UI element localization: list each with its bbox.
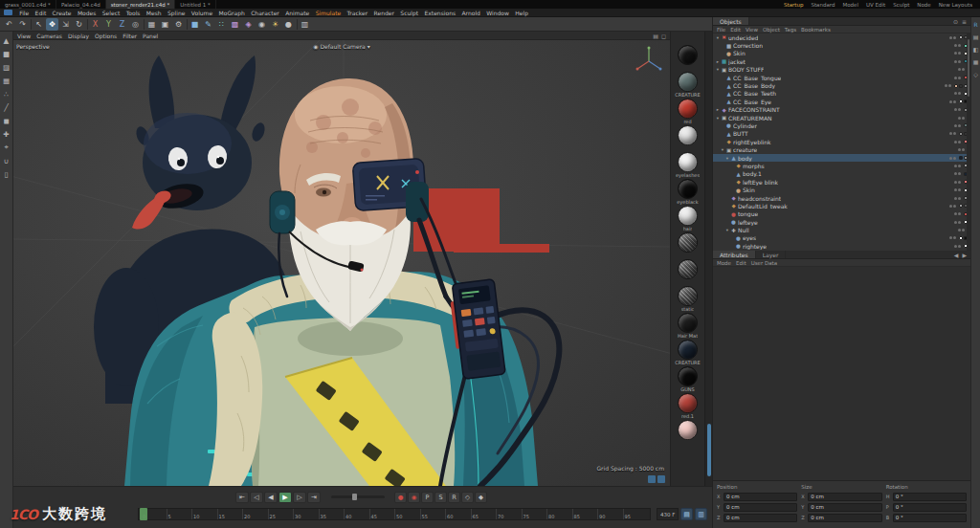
light-icon[interactable]: ☀ xyxy=(269,18,281,31)
object-name[interactable]: undecided xyxy=(728,34,758,41)
x-axis-lock-icon[interactable]: X xyxy=(89,18,101,31)
material-item[interactable]: eyeblack xyxy=(671,179,704,205)
value-input[interactable]: 0 ° xyxy=(893,503,967,512)
visibility-dots[interactable] xyxy=(954,165,962,167)
camera-selector[interactable]: ◉ Default Camera ▾ xyxy=(313,43,370,50)
object-name[interactable]: morphs xyxy=(743,163,765,169)
visibility-dots[interactable] xyxy=(954,172,962,175)
material-sphere[interactable] xyxy=(678,259,698,279)
timeline-tick[interactable]: 30 xyxy=(293,509,319,519)
back-arrow-icon[interactable]: ◀ xyxy=(954,252,959,258)
object-name[interactable]: eyes xyxy=(743,234,756,241)
material-item[interactable]: hair xyxy=(671,206,704,231)
timeline-tick[interactable]: 60 xyxy=(445,509,471,519)
menu-item[interactable]: Create xyxy=(49,10,74,16)
menu-item[interactable]: MoGraph xyxy=(215,10,248,16)
material-sphere[interactable] xyxy=(678,366,698,386)
viewport-layout-icon[interactable]: ▥ xyxy=(299,18,311,31)
object-name[interactable]: CC_Base_Tongue xyxy=(733,75,781,81)
layout-item[interactable]: New Layouts xyxy=(939,2,972,8)
render-settings-icon[interactable]: ⚙ xyxy=(172,18,185,31)
menu-item[interactable]: Modes xyxy=(75,10,100,16)
object-row[interactable]: ◆ DefaultLid_tweak xyxy=(713,202,970,209)
document-tab[interactable]: grass_0001.c4d * xyxy=(0,0,56,9)
menu-item[interactable]: Select xyxy=(100,10,123,16)
make-editable-icon[interactable]: ▲ xyxy=(1,34,12,46)
material-item[interactable]: static xyxy=(671,286,704,312)
object-row[interactable]: ▾ ▣ creature xyxy=(713,145,970,153)
object-row[interactable]: ● Skin xyxy=(713,186,970,193)
viewport-grid-toggle-icon[interactable]: ▤ xyxy=(653,33,658,39)
visibility-dots[interactable] xyxy=(949,205,957,208)
projection-label[interactable]: Perspective xyxy=(16,43,50,50)
object-name[interactable]: FACECONSTRAINT xyxy=(728,106,780,113)
layout-item[interactable]: UV Edit xyxy=(866,2,885,8)
menu-item[interactable]: Tracker xyxy=(344,10,370,16)
menu-item[interactable]: Arnold xyxy=(458,10,483,16)
timeline-tick[interactable]: 35 xyxy=(319,509,345,519)
timeline-tick[interactable]: 40 xyxy=(344,509,369,519)
axis-mode-icon[interactable]: ⌖ xyxy=(1,142,12,153)
material-item[interactable] xyxy=(671,125,704,151)
attributes-menu-item[interactable]: User Data xyxy=(751,260,777,266)
workplane-icon[interactable]: ▯ xyxy=(1,168,12,180)
object-name[interactable]: BODY STUFF xyxy=(728,66,764,73)
object-row[interactable]: ◆ morphs xyxy=(713,162,970,169)
material-sphere[interactable] xyxy=(678,125,698,145)
object-row[interactable]: ● lefteye xyxy=(713,218,970,226)
viewport-canvas[interactable]: Perspective ◉ Default Camera ▾ Grid Spac… xyxy=(13,40,670,486)
coordinate-system-icon[interactable]: ◎ xyxy=(129,18,142,31)
viewport-maximize-icon[interactable]: ◻ xyxy=(661,33,666,39)
objects-menu-item[interactable]: Bookmarks xyxy=(801,27,831,33)
visibility-dots[interactable] xyxy=(958,148,966,151)
object-row[interactable]: ▲ body.1 xyxy=(713,170,970,178)
material-item[interactable] xyxy=(671,259,704,285)
object-row[interactable]: ◆ headconstraint xyxy=(713,194,970,202)
object-row[interactable]: ▾ ▣ CREATUREMAN xyxy=(713,114,970,121)
object-name[interactable]: Cylinder xyxy=(733,122,757,129)
timeline-tick[interactable]: 70 xyxy=(496,509,522,519)
layers-icon[interactable]: ▤ xyxy=(971,33,980,41)
object-name[interactable]: righteye xyxy=(743,243,767,250)
material-sphere[interactable] xyxy=(678,72,698,92)
visibility-dots[interactable] xyxy=(949,100,957,103)
visibility-dots[interactable] xyxy=(954,124,962,127)
visibility-dots[interactable] xyxy=(954,212,962,215)
attributes-menu-item[interactable]: Edit xyxy=(736,260,746,266)
object-row[interactable]: ▾ ✖ undecided xyxy=(713,33,970,41)
viewport-corner-widgets[interactable] xyxy=(648,475,665,483)
object-name[interactable]: Skin xyxy=(733,50,746,56)
points-mode-icon[interactable]: ∴ xyxy=(1,88,12,99)
value-input[interactable]: 0 cm xyxy=(808,493,881,501)
z-axis-lock-icon[interactable]: Z xyxy=(116,18,128,31)
play-button[interactable]: ▶ xyxy=(278,492,292,503)
menu-item[interactable]: Character xyxy=(248,10,282,16)
object-row[interactable]: ▾ ✚ Null xyxy=(713,226,970,233)
search-icon[interactable]: ⊙ xyxy=(953,18,958,25)
material-sphere[interactable] xyxy=(678,232,698,253)
tweak-mode-icon[interactable]: ✚ xyxy=(1,128,12,140)
object-row[interactable]: ▸ ■ jacket xyxy=(713,57,970,65)
object-name[interactable]: leftEye blink xyxy=(743,179,778,186)
object-name[interactable]: Skin xyxy=(743,187,755,193)
select-tool-icon[interactable]: ↖ xyxy=(33,18,45,31)
object-row[interactable]: ▲ CC_Base_Eye xyxy=(713,98,970,105)
material-item[interactable] xyxy=(671,45,704,71)
spline-pen-icon[interactable]: ✎ xyxy=(202,18,214,31)
object-name[interactable]: CC_Base_Body xyxy=(733,82,775,89)
material-item[interactable] xyxy=(671,232,704,258)
record-button[interactable]: ● xyxy=(394,492,407,503)
visibility-dots[interactable] xyxy=(949,36,957,39)
object-row[interactable]: ▸ ◆ FACECONSTRAINT xyxy=(713,106,970,114)
objects-menu-item[interactable]: File xyxy=(717,27,725,33)
pla-key-toggle[interactable]: ◆ xyxy=(475,492,487,503)
object-name[interactable]: DefaultLid_tweak xyxy=(738,203,788,209)
object-name[interactable]: rightEyeblink xyxy=(733,139,771,145)
material-sphere[interactable] xyxy=(678,179,698,199)
visibility-dots[interactable] xyxy=(954,92,962,95)
timeline-layout-button[interactable]: ▤ xyxy=(680,508,693,520)
objects-menu-item[interactable]: Edit xyxy=(730,27,741,33)
timeline-tick[interactable]: 65 xyxy=(471,509,497,519)
object-row[interactable]: ● Cylinder xyxy=(713,121,970,129)
edges-mode-icon[interactable]: ╱ xyxy=(1,101,12,113)
